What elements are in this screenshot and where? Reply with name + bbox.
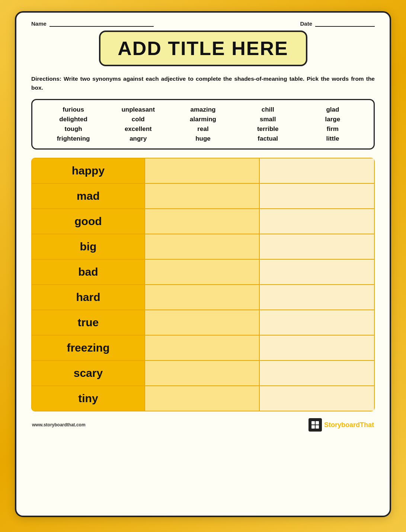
synonym-cell-2[interactable] — [259, 335, 374, 360]
adjective-cell: big — [32, 234, 145, 259]
header-meta: Name Date — [31, 20, 375, 27]
word-box-item: factual — [237, 135, 298, 142]
word-box-item: unpleasant — [108, 106, 169, 113]
adjective-label: hard — [76, 291, 100, 303]
synonym-cell-2[interactable] — [259, 158, 374, 183]
word-box-item: alarming — [172, 116, 233, 123]
synonym-cell-2[interactable] — [259, 209, 374, 234]
adjective-cell: hard — [32, 285, 145, 310]
word-box-grid: furiousunpleasantamazingchillgladdelight… — [43, 106, 363, 142]
word-box-item: frightening — [43, 135, 104, 142]
table-row: true — [32, 310, 374, 335]
svg-rect-0 — [311, 421, 315, 424]
word-box-item: tough — [43, 125, 104, 133]
logo-text-black: Storyboard — [324, 421, 360, 429]
adjective-label: mad — [77, 190, 100, 202]
adjective-cell: tiny — [32, 386, 145, 411]
adjective-cell: good — [32, 209, 145, 234]
footer-website: www.storyboardthat.com — [32, 422, 86, 427]
synonym-cell-1[interactable] — [145, 285, 260, 310]
table-row: good — [32, 209, 374, 234]
footer: www.storyboardthat.com StoryboardThat — [31, 418, 375, 432]
synonym-cell-2[interactable] — [259, 259, 374, 285]
logo-text-colored: That — [360, 421, 374, 429]
table-row: big — [32, 234, 374, 259]
adjective-label: freezing — [67, 342, 109, 354]
word-box-item: amazing — [172, 106, 233, 113]
table-row: mad — [32, 183, 374, 209]
table-row: scary — [32, 360, 374, 386]
synonyms-table: happymadgoodbigbadhardtruefreezingscaryt… — [31, 158, 375, 411]
word-box-item: small — [237, 116, 298, 123]
table-row: hard — [32, 285, 374, 310]
synonym-cell-1[interactable] — [145, 259, 260, 285]
table-row: freezing — [32, 335, 374, 360]
word-box-item: large — [302, 116, 363, 123]
table-row: tiny — [32, 386, 374, 411]
synonym-cell-1[interactable] — [145, 234, 260, 259]
word-box-item: glad — [302, 106, 363, 113]
adjective-label: big — [80, 240, 96, 253]
name-underline — [49, 20, 154, 27]
word-box-item: chill — [237, 106, 298, 113]
synonym-cell-2[interactable] — [259, 183, 374, 209]
synonym-cell-1[interactable] — [145, 209, 260, 234]
storyboard-logo: StoryboardThat — [309, 418, 374, 432]
directions-text: Directions: Write two synonyms against e… — [31, 74, 375, 92]
table-row: happy — [32, 158, 374, 183]
word-box-item: real — [172, 125, 233, 133]
synonym-cell-2[interactable] — [259, 360, 374, 386]
word-box-item: firm — [302, 125, 363, 133]
word-box-item: huge — [172, 135, 233, 142]
synonym-cell-1[interactable] — [145, 386, 260, 411]
svg-rect-1 — [316, 421, 319, 424]
adjective-label: good — [74, 215, 102, 227]
word-box-item: excellent — [108, 125, 169, 133]
adjective-label: tiny — [78, 392, 98, 404]
synonym-cell-1[interactable] — [145, 335, 260, 360]
date-line: Date — [300, 20, 375, 27]
name-line: Name — [31, 20, 154, 27]
svg-rect-3 — [316, 425, 319, 429]
title-box: ADD TITLE HERE — [99, 31, 307, 66]
synonym-cell-1[interactable] — [145, 158, 260, 183]
logo-icon — [309, 418, 322, 432]
adjective-cell: mad — [32, 183, 145, 209]
word-box-item: cold — [108, 116, 169, 123]
synonym-cell-2[interactable] — [259, 285, 374, 310]
adjective-label: happy — [72, 164, 105, 177]
date-underline — [315, 20, 375, 27]
synonym-cell-2[interactable] — [259, 310, 374, 335]
svg-rect-2 — [311, 425, 315, 429]
word-box-item: furious — [43, 106, 104, 113]
synonym-cell-1[interactable] — [145, 310, 260, 335]
date-label: Date — [300, 20, 312, 27]
synonym-cell-1[interactable] — [145, 360, 260, 386]
adjective-cell: freezing — [32, 335, 145, 360]
synonym-cell-2[interactable] — [259, 386, 374, 411]
adjective-cell: scary — [32, 360, 145, 386]
adjective-label: true — [78, 316, 99, 329]
adjective-label: bad — [78, 266, 98, 278]
word-box-item: angry — [108, 135, 169, 142]
word-box-item: delighted — [43, 116, 104, 123]
name-label: Name — [31, 20, 47, 27]
word-box-item: little — [302, 135, 363, 142]
adjective-label: scary — [74, 367, 103, 379]
adjective-cell: bad — [32, 259, 145, 285]
adjective-cell: happy — [32, 158, 145, 183]
word-box: furiousunpleasantamazingchillgladdelight… — [31, 99, 375, 150]
adjective-cell: true — [32, 310, 145, 335]
page: Name Date ADD TITLE HERE Directions: Wri… — [15, 11, 391, 517]
logo-text: StoryboardThat — [324, 421, 374, 429]
word-box-item: terrible — [237, 125, 298, 133]
table-row: bad — [32, 259, 374, 285]
synonym-cell-2[interactable] — [259, 234, 374, 259]
synonym-cell-1[interactable] — [145, 183, 260, 209]
page-title: ADD TITLE HERE — [115, 37, 291, 60]
